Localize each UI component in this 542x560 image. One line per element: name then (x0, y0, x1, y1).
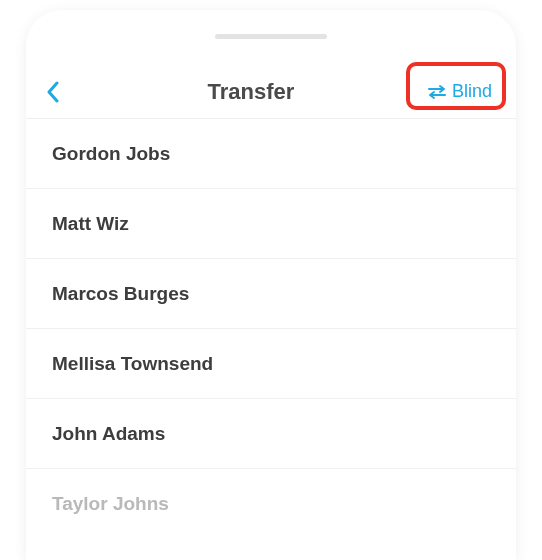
list-item[interactable]: Gordon Jobs (26, 119, 516, 189)
contact-list: Gordon Jobs Matt Wiz Marcos Burges Melli… (26, 119, 516, 539)
list-item[interactable]: Taylor Johns (26, 469, 516, 539)
page-title: Transfer (208, 79, 295, 105)
contact-name: Matt Wiz (52, 213, 129, 235)
list-item[interactable]: Marcos Burges (26, 259, 516, 329)
contact-name: Gordon Jobs (52, 143, 170, 165)
back-button[interactable] (46, 81, 82, 103)
phone-frame: Transfer Blind Gordon Jobs Matt Wiz Marc… (26, 10, 516, 560)
contact-name: Mellisa Townsend (52, 353, 213, 375)
contact-name: Marcos Burges (52, 283, 189, 305)
contact-name: John Adams (52, 423, 165, 445)
list-item[interactable]: John Adams (26, 399, 516, 469)
header-bar: Transfer Blind (26, 65, 516, 119)
swap-icon (428, 84, 446, 100)
contact-name: Taylor Johns (52, 493, 169, 515)
transfer-mode-button[interactable]: Blind (420, 77, 500, 106)
transfer-mode-label: Blind (452, 81, 492, 102)
list-item[interactable]: Matt Wiz (26, 189, 516, 259)
chevron-left-icon (46, 81, 59, 103)
drag-handle-indicator (215, 34, 327, 39)
list-item[interactable]: Mellisa Townsend (26, 329, 516, 399)
